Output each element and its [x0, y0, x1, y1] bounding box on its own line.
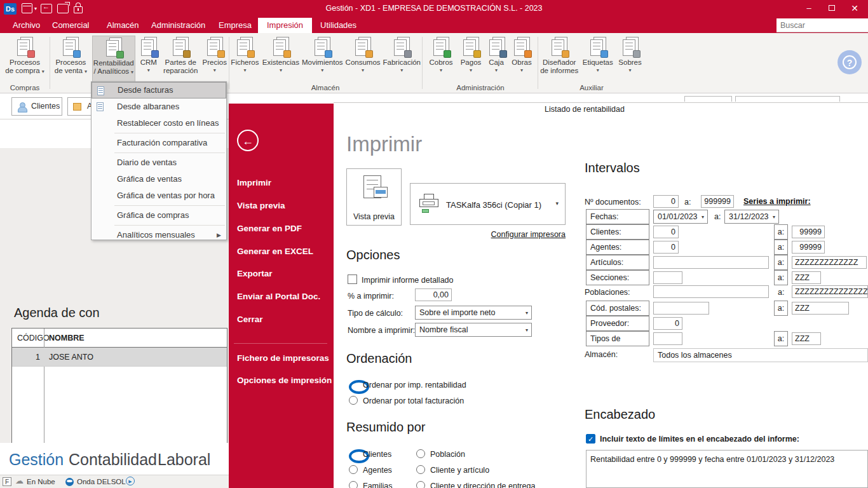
panel-item-opciones-impresion[interactable]: Opciones de impresión: [237, 376, 332, 385]
ribbon-item-caja[interactable]: Caja▾: [486, 36, 506, 83]
ribbon-item-obras[interactable]: Obras▾: [509, 36, 534, 83]
almacen-value[interactable]: Todos los almacenes: [653, 348, 868, 362]
tab-comercial[interactable]: Comercial: [43, 18, 98, 33]
tab-impresion[interactable]: Impresión: [258, 18, 312, 33]
onda-delsol-label[interactable]: Onda DELSOL: [77, 478, 126, 485]
agentes-to-input[interactable]: 99999: [792, 241, 825, 254]
informe-detallado-checkbox[interactable]: [348, 274, 357, 284]
incluir-texto-checkbox[interactable]: ✓: [586, 434, 595, 444]
ribbon-item-partes-de-reparacion[interactable]: Partes de reparación▾: [162, 36, 200, 83]
tipos-de-from-input[interactable]: [653, 332, 682, 345]
nombre-imprimir-select[interactable]: Nombre fiscal▾: [415, 323, 532, 337]
poblaciones-to-input[interactable]: ZZZZZZZZZZZZZZZZZZZZ: [792, 285, 868, 298]
module-gestion[interactable]: Gestión: [9, 451, 64, 469]
encabezado-textarea[interactable]: Rentabilidad entre 0 y 999999 y fecha en…: [586, 450, 868, 488]
panel-item-imprimir[interactable]: Imprimir: [237, 178, 271, 187]
back-button[interactable]: ←: [237, 130, 259, 151]
series-a-imprimir-link[interactable]: Series a imprimir:: [743, 197, 811, 206]
ribbon-item-fabricacion[interactable]: Fabricación▾: [383, 36, 421, 83]
ribbon-item-crm[interactable]: CRM▾: [138, 36, 159, 83]
menu-item-analiticos-mensuales[interactable]: Analíticos mensuales ▶: [92, 227, 226, 243]
menu-item-grafica-ventas-hora[interactable]: Gráfica de ventas por hora: [92, 187, 226, 204]
panel-item-generar-excel[interactable]: Generar en EXCEL: [237, 247, 313, 256]
f-status-icon[interactable]: F: [3, 477, 11, 486]
articulos-to-input[interactable]: ZZZZZZZZZZZZZ: [792, 256, 867, 269]
ribbon-item-procesos-de-compra[interactable]: Procesos de compra▾: [3, 36, 47, 83]
minimize-button[interactable]: –: [798, 0, 820, 17]
ribbon-item-movimientos[interactable]: Movimientos▾: [302, 36, 343, 83]
ndocs-to-input[interactable]: 999999: [701, 195, 734, 208]
ribbon-item-ficheros[interactable]: Ficheros▾: [230, 36, 260, 83]
resumido-familias-radio[interactable]: [349, 481, 358, 488]
agentes-a-button[interactable]: a:: [774, 240, 788, 255]
ribbon-item-disenador-de-informes[interactable]: Diseñador de informes▾: [540, 36, 578, 83]
vista-previa-button[interactable]: Vista previa: [346, 168, 402, 226]
ribbon-item-pagos[interactable]: Pagos▾: [458, 36, 484, 83]
tipos-de-a-button[interactable]: a:: [774, 331, 788, 346]
articulos-a-button[interactable]: a:: [774, 255, 788, 270]
pct-imprimir-input[interactable]: 0,00: [415, 288, 452, 301]
menu-item-restablecer-costo[interactable]: Restablecer costo en líneas: [92, 115, 226, 132]
resumido-agentes-radio[interactable]: [349, 465, 358, 474]
cod-postales-a-button[interactable]: a:: [774, 301, 788, 316]
resumido-cliente-articulo-radio[interactable]: [416, 465, 425, 474]
clientes-to-input[interactable]: 99999: [792, 226, 825, 238]
ribbon-item-existencias[interactable]: Existencias▾: [262, 36, 299, 83]
secciones-selector-button[interactable]: Secciones:: [586, 270, 649, 285]
maximize-button[interactable]: [821, 0, 843, 17]
ribbon-item-sobres[interactable]: Sobres▾: [617, 36, 643, 83]
close-button[interactable]: ✕: [844, 0, 865, 17]
menu-item-grafica-ventas[interactable]: Gráfica de ventas: [92, 171, 226, 187]
articulos-selector-button[interactable]: Artículos:: [586, 255, 649, 270]
ribbon-item-consumos[interactable]: Consumos▾: [346, 36, 381, 83]
clientes-a-button[interactable]: a:: [774, 224, 788, 240]
menu-item-desde-albaranes[interactable]: Desde albaranes: [92, 98, 226, 115]
tab-almacen[interactable]: Almacén: [98, 18, 148, 33]
tab-utilidades[interactable]: Utilidades: [311, 18, 365, 33]
module-laboral[interactable]: Laboral: [158, 451, 210, 469]
clientes-selector-button[interactable]: Clientes:: [586, 224, 649, 240]
resumido-poblacion-radio[interactable]: [416, 449, 425, 458]
printer-select[interactable]: TASKalfa 356ci (Copiar 1) ▾: [410, 183, 566, 225]
tab-archivo[interactable]: Archivo: [4, 18, 49, 33]
search-input[interactable]: [776, 18, 868, 32]
articulos-from-input[interactable]: [653, 256, 769, 269]
panel-item-enviar-portal[interactable]: Enviar al Portal Doc.: [237, 292, 320, 301]
ribbon-item-etiquetas[interactable]: Etiquetas▾: [581, 36, 614, 83]
fecha-desde-select[interactable]: 01/01/2023▾: [653, 210, 708, 224]
clientes-from-input[interactable]: 0: [653, 226, 679, 238]
column-header-codigo[interactable]: CÓDIGO: [17, 334, 50, 342]
tab-administracion[interactable]: Administración: [142, 18, 214, 33]
secciones-a-button[interactable]: a:: [774, 270, 788, 285]
panel-item-fichero-impresoras[interactable]: Fichero de impresoras: [237, 353, 329, 363]
agentes-from-input[interactable]: 0: [653, 241, 679, 254]
ribbon-item-precios[interactable]: Precios▾: [202, 36, 227, 83]
fecha-hasta-select[interactable]: 31/12/2023▾: [724, 210, 779, 224]
proveedor-selector-button[interactable]: Proveedor:: [586, 316, 649, 331]
ndocs-from-input[interactable]: 0: [653, 195, 679, 208]
menu-item-desde-facturas[interactable]: Desde facturas: [92, 82, 226, 98]
table-row[interactable]: 1 JOSE ANTO: [12, 348, 227, 367]
cod-postales-selector-button[interactable]: Cód. postales:: [586, 301, 649, 316]
ordenar-facturacion-radio[interactable]: [349, 396, 358, 405]
ribbon-item-procesos-de-venta[interactable]: Procesos de venta▾: [52, 36, 90, 83]
column-header-nombre[interactable]: NOMBRE: [49, 334, 85, 342]
panel-item-generar-pdf[interactable]: Generar en PDF: [237, 224, 302, 233]
module-contabilidad[interactable]: Contabilidad: [69, 451, 157, 469]
ribbon-item-cobros[interactable]: Cobros▾: [426, 36, 456, 83]
tipo-calculo-select[interactable]: Sobre el importe neto▾: [415, 306, 532, 320]
panel-item-cerrar[interactable]: Cerrar: [237, 315, 263, 324]
agentes-selector-button[interactable]: Agentes:: [586, 240, 649, 255]
fechas-selector-button[interactable]: Fechas:: [586, 209, 649, 224]
poblaciones-from-input[interactable]: [653, 285, 769, 298]
en-nube-label[interactable]: En Nube: [27, 478, 55, 485]
help-button[interactable]: ?: [837, 50, 862, 74]
resumido-cliente-direccion-radio[interactable]: [416, 481, 425, 488]
tab-empresa[interactable]: Empresa: [210, 18, 261, 33]
cod-postales-to-input[interactable]: ZZZ: [792, 302, 849, 315]
secciones-from-input[interactable]: [653, 271, 682, 284]
secciones-to-input[interactable]: ZZZ: [792, 271, 821, 284]
play-icon[interactable]: ▶: [126, 477, 135, 485]
panel-item-exportar[interactable]: Exportar: [237, 269, 273, 278]
tipos-de-selector-button[interactable]: Tipos de: [586, 331, 649, 346]
